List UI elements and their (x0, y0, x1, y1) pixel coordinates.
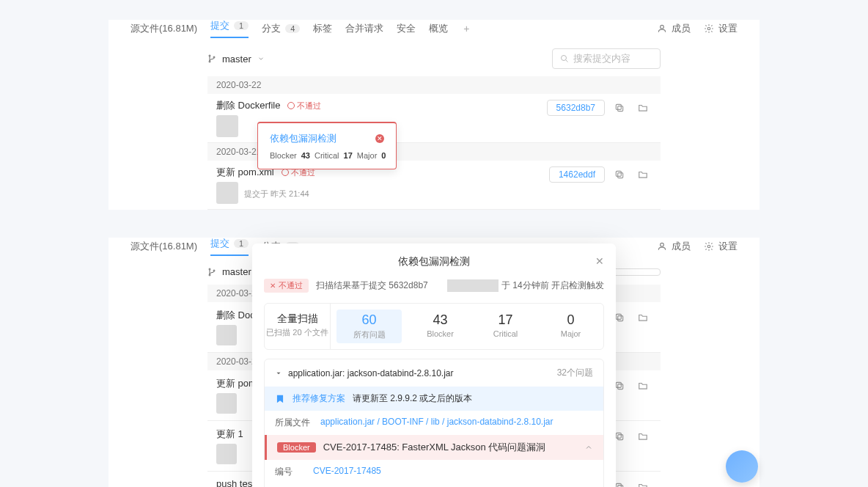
panel-with-modal: 源文件(16.81M) 提交 1 分支 4 成员 设置 (108, 238, 760, 487)
branch-selector[interactable]: master (207, 54, 265, 65)
svg-rect-20 (616, 433, 621, 438)
file-header[interactable]: application.jar: jackson-databind-2.8.10… (265, 359, 603, 387)
stat-label: Critical (473, 329, 538, 338)
nav-members-label: 成员 (672, 22, 691, 35)
avatar-placeholder (447, 279, 499, 292)
id-row: 编号 CVE-2017-17485 (265, 460, 603, 484)
folder-icon[interactable] (634, 309, 652, 326)
nav-settings-label: 设置 (718, 240, 738, 253)
nav-members[interactable]: 成员 (657, 240, 691, 253)
major-count: 0 (381, 151, 386, 160)
stat-num: 43 (408, 312, 473, 328)
nav-security[interactable]: 安全 (397, 22, 416, 35)
nav-source-files[interactable]: 源文件(16.81M) (130, 240, 197, 253)
commit-list: 2020-03-22 删除 Dockerfile 不通过 5632d8b7 (207, 76, 661, 210)
search-input[interactable]: 搜索提交内容 (552, 48, 661, 69)
close-icon[interactable]: ✕ (595, 255, 604, 267)
avatar (216, 182, 238, 204)
stat-critical[interactable]: 17 Critical (473, 304, 538, 349)
folder-icon[interactable] (634, 377, 652, 395)
stat-num: 17 (473, 312, 538, 328)
nav-merge-requests[interactable]: 合并请求 (345, 22, 383, 35)
cve-title: CVE-2017-17485: FasterXML Jackson 代码问题漏洞 (323, 441, 546, 454)
commits-count: 1 (234, 239, 249, 248)
commit-row[interactable]: 删除 Dockerfile 不通过 5632d8b7 (207, 94, 661, 143)
commit-title: 更新 1 (216, 428, 243, 439)
commit-title: push test (216, 478, 255, 487)
vulnerability-modal: 依赖包漏洞检测 ✕ ✕ 不通过 扫描结果基于提交 5632d8b7 于 14分钟… (252, 244, 616, 487)
svg-rect-8 (618, 173, 623, 178)
nav-members[interactable]: 成员 (657, 22, 691, 35)
svg-rect-18 (616, 382, 621, 387)
search-icon (560, 54, 569, 63)
copy-icon[interactable] (611, 99, 628, 117)
avatar (216, 325, 237, 345)
svg-point-10 (661, 243, 664, 246)
fail-badge[interactable]: 不通过 (287, 100, 321, 111)
nav-source-files[interactable]: 源文件(16.81M) (130, 22, 197, 35)
nav-settings-label: 设置 (718, 22, 738, 35)
belong-path[interactable]: application.jar / BOOT-INF / lib / jacks… (320, 417, 553, 429)
branch-icon (207, 267, 216, 277)
modal-title: 依赖包漏洞检测 (398, 255, 470, 267)
stat-full-scan: 全量扫描 已扫描 20 个文件 (265, 304, 331, 349)
nav-settings[interactable]: 设置 (704, 240, 738, 253)
branch-icon (207, 54, 216, 64)
chevron-up-icon (584, 443, 593, 452)
stat-num: 0 (538, 312, 603, 328)
commit-hash[interactable]: 1462eddf (549, 166, 605, 183)
tooltip-title[interactable]: 依赖包漏洞检测 (270, 132, 336, 145)
nav-commits-label: 提交 (210, 19, 229, 32)
svg-rect-17 (618, 384, 623, 389)
recommend-text: 请更新至 2.9.9.2 或之后的版本 (353, 392, 472, 405)
svg-point-14 (213, 270, 215, 271)
chevron-down-icon (257, 55, 265, 62)
belong-row: 所属文件 application.jar / BOOT-INF / lib / … (265, 411, 603, 435)
branch-name: master (222, 54, 251, 65)
cve-row[interactable]: Blocker CVE-2017-17485: FasterXML Jackso… (265, 435, 603, 460)
stat-sublabel: 已扫描 20 个文件 (265, 327, 330, 338)
commit-time: 提交于 昨天 21:44 (244, 188, 309, 199)
desc-row: 描述 FasterXML Jackson是美国FasterXML公司的一款适用于… (265, 484, 603, 487)
stat-blocker[interactable]: 43 Blocker (408, 304, 473, 349)
nav-branches[interactable]: 分支 4 (262, 22, 300, 35)
folder-icon[interactable] (634, 478, 652, 487)
avatar (216, 115, 238, 137)
major-label: Major (357, 151, 378, 160)
stat-major[interactable]: 0 Major (538, 304, 603, 349)
nav-overview[interactable]: 概览 (429, 22, 448, 35)
nav-commits[interactable]: 提交 1 (210, 19, 249, 38)
commit-hash[interactable]: 5632d8b7 (547, 100, 605, 116)
nav-tags[interactable]: 标签 (313, 22, 332, 35)
svg-point-12 (209, 268, 210, 270)
copy-icon[interactable] (611, 166, 628, 183)
nav-commits[interactable]: 提交 1 (210, 237, 249, 256)
svg-point-4 (213, 56, 215, 58)
issue-count: 32个问题 (557, 367, 593, 379)
id-value[interactable]: CVE-2017-17485 (313, 466, 381, 478)
recommend-label: 推荐修复方案 (293, 392, 345, 405)
folder-icon[interactable] (634, 166, 652, 183)
folder-icon[interactable] (634, 99, 652, 117)
date-header: 2020-03-22 (207, 76, 661, 94)
add-tab-icon[interactable]: + (461, 23, 471, 34)
search-placeholder: 搜索提交内容 (573, 52, 630, 65)
svg-point-0 (661, 25, 664, 29)
fail-tag: ✕ 不通过 (264, 279, 309, 293)
fail-ring-icon (287, 102, 295, 109)
folder-icon[interactable] (634, 428, 652, 445)
stat-all-issues[interactable]: 60 所有问题 (336, 310, 402, 343)
svg-rect-7 (616, 104, 621, 109)
floating-action-button[interactable] (726, 450, 758, 483)
fail-ring-icon (282, 169, 289, 176)
svg-point-3 (209, 61, 210, 62)
branch-name: master (222, 266, 251, 277)
commit-title: 删除 Dockerfile (216, 99, 280, 112)
svg-point-13 (209, 274, 210, 276)
nav-settings[interactable]: 设置 (704, 22, 738, 35)
commits-count: 1 (234, 21, 249, 30)
top-nav: 源文件(16.81M) 提交 1 分支 4 标签 合并请求 安全 概览 + 成员… (108, 20, 760, 37)
blocker-count: 43 (301, 151, 310, 160)
nav-branches-label: 分支 (262, 22, 281, 35)
vulnerability-tooltip: 依赖包漏洞检测 ✕ Blocker 43 Critical 17 Major 0 (257, 122, 397, 169)
